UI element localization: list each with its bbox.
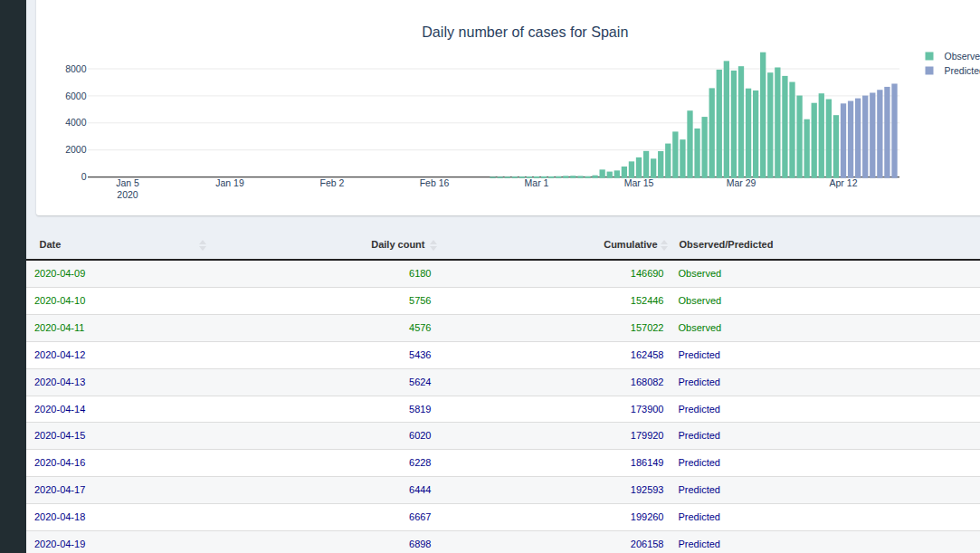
svg-text:Jan 5: Jan 5: [116, 177, 139, 188]
svg-text:2000: 2000: [65, 144, 87, 155]
svg-text:Mar 29: Mar 29: [727, 177, 756, 188]
svg-text:Feb 16: Feb 16: [420, 177, 450, 188]
svg-text:Predicted: Predicted: [945, 65, 980, 76]
svg-text:Apr 12: Apr 12: [830, 177, 858, 188]
svg-text:0: 0: [81, 171, 87, 182]
svg-text:Observed: Observed: [945, 51, 980, 62]
svg-text:Mar 1: Mar 1: [525, 177, 549, 188]
svg-text:Feb 2: Feb 2: [320, 177, 345, 188]
svg-text:2020: 2020: [117, 189, 138, 200]
svg-text:Jan 19: Jan 19: [215, 177, 244, 188]
svg-text:Mar 15: Mar 15: [624, 177, 654, 188]
svg-text:4000: 4000: [65, 117, 87, 128]
svg-text:Daily number of cases for Spai: Daily number of cases for Spain: [422, 24, 628, 40]
svg-text:6000: 6000: [65, 91, 87, 101]
svg-text:8000: 8000: [65, 63, 87, 74]
